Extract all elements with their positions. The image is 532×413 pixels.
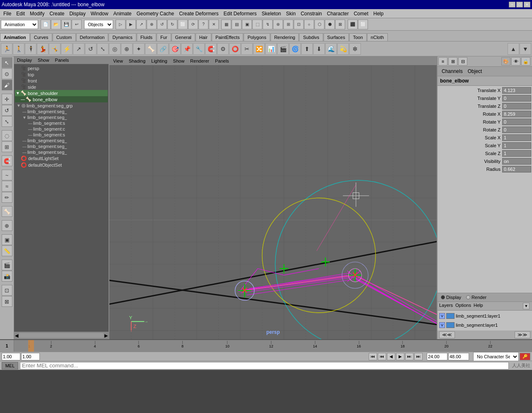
menu-item-help[interactable]: Help	[371, 10, 386, 17]
menu-item-constrain[interactable]: Constrain	[298, 10, 324, 17]
rt-icon3[interactable]: ⊟	[458, 57, 467, 66]
tb-snap1[interactable]: ▷	[116, 19, 126, 29]
shelf-tab-animation[interactable]: Animation	[0, 33, 30, 41]
playback-end-input[interactable]	[448, 353, 469, 360]
shelf-icon-2[interactable]: 🚶	[13, 43, 24, 55]
menu-item-edit[interactable]: Edit	[14, 10, 27, 17]
layer-prev[interactable]: ≪≪	[439, 331, 455, 338]
ch-value[interactable]: on	[502, 158, 531, 165]
shelf-icon-13[interactable]: 🦴	[145, 43, 157, 55]
vp-view-menu[interactable]: View	[112, 58, 124, 64]
rt-icon-eye[interactable]: 👁	[511, 57, 520, 66]
rotate-tool[interactable]: ↺	[2, 105, 12, 116]
object-tab[interactable]: Object	[466, 68, 484, 75]
play-fwd-btn[interactable]: ▶	[396, 353, 404, 360]
shelf-icon-14[interactable]: 🔗	[157, 43, 169, 55]
tb-snap2[interactable]: ▶	[126, 19, 136, 29]
outliner-item-side[interactable]: 🎥 side	[15, 84, 108, 90]
tb-render5[interactable]: ↯	[263, 19, 273, 29]
tb-snap4[interactable]: ⊕	[147, 19, 157, 29]
viewport-canvas[interactable]: Z Y → ↓ persp	[109, 66, 437, 339]
range-end-input[interactable]	[21, 353, 40, 360]
shelf-tab-subdivs[interactable]: Subdivs	[299, 33, 323, 41]
outliner-show-menu[interactable]: Show	[36, 57, 51, 63]
outliner-item-seg4[interactable]: — limb_segment:c	[15, 126, 108, 132]
extras1[interactable]: ⊡	[2, 285, 12, 296]
shelf-tab-rendering[interactable]: Rendering	[271, 33, 299, 41]
end-frame-input[interactable]	[427, 353, 447, 360]
tb-render2[interactable]: ▤	[232, 19, 242, 29]
move-tool[interactable]: ✛	[2, 94, 12, 104]
outliner-item-light-set[interactable]: ⭕ defaultLightSet	[15, 155, 108, 162]
tb-snap10[interactable]: ✕	[209, 19, 219, 29]
vp-renderer-menu[interactable]: Renderer	[189, 58, 210, 64]
shelf-icon-24[interactable]: 🎬	[277, 43, 289, 55]
shelf-icon-21[interactable]: ✂	[241, 43, 253, 55]
menu-item-character[interactable]: Character	[324, 10, 351, 17]
shelf-icon-26[interactable]: ⬆	[301, 43, 313, 55]
outliner-item-seg7[interactable]: — limb_segment:seg_	[15, 143, 108, 149]
channels-tab[interactable]: Channels	[440, 68, 464, 75]
outliner-item-seg8[interactable]: — limb_segment:seg_	[15, 149, 108, 155]
shelf-icon-10[interactable]: ◎	[109, 43, 121, 55]
ch-value[interactable]: 0	[502, 103, 531, 109]
shelf-icon-30[interactable]: ❇	[349, 43, 361, 55]
outliner-item-seg6[interactable]: — limb_segment:seg_	[15, 138, 108, 143]
tb-snap3[interactable]: ↗	[136, 19, 146, 29]
scroll-left[interactable]: ◀	[15, 333, 18, 338]
tb-extra1[interactable]: ⬛	[348, 19, 358, 29]
ch-value[interactable]: 1	[502, 134, 531, 141]
tb-render7[interactable]: ⊞	[283, 19, 293, 29]
menu-item-create-deformers[interactable]: Create Deformers	[177, 10, 221, 17]
character-set-dropdown[interactable]: No Character Set	[473, 352, 519, 361]
shelf-tab-general[interactable]: General	[172, 33, 195, 41]
shelf-icon-12[interactable]: ✦	[133, 43, 145, 55]
curve-ep-tool[interactable]: ≈	[2, 181, 12, 192]
menu-item-skin[interactable]: Skin	[283, 10, 298, 17]
tb-render3[interactable]: ▣	[242, 19, 252, 29]
tb-render6[interactable]: ⊛	[273, 19, 283, 29]
menu-item-window[interactable]: Window	[88, 10, 111, 17]
mel-python-toggle[interactable]: MEL	[2, 362, 18, 369]
tb-render12[interactable]: ⊠	[335, 19, 345, 29]
ch-value[interactable]: 0	[502, 95, 531, 102]
shelf-tab-toon[interactable]: Toon	[349, 33, 367, 41]
tb-b4[interactable]: ↩	[72, 19, 82, 29]
layer-vis-2[interactable]: V	[439, 322, 445, 328]
shelf-icon-27[interactable]: ⬇	[313, 43, 325, 55]
shelf-icon-19[interactable]: ⚙	[217, 43, 229, 55]
mode-dropdown[interactable]: Animation	[1, 20, 38, 29]
shelf-icon-5[interactable]: 🤸	[49, 43, 60, 55]
outliner-item-object-set[interactable]: ⭕ defaultObjectSet	[15, 162, 108, 168]
shelf-tab-painteffects[interactable]: PaintEffects	[212, 33, 244, 41]
ch-value[interactable]: 0	[502, 119, 531, 125]
rt-icon2[interactable]: ⊞	[448, 57, 457, 66]
outliner-item-seg3[interactable]: — limb_segment:s	[15, 120, 108, 126]
tb-save[interactable]: 💾	[61, 19, 71, 29]
shelf-icon-16[interactable]: 📌	[181, 43, 193, 55]
shelf-icon-3[interactable]: 🕴	[25, 43, 36, 55]
menu-item-animate[interactable]: Animate	[111, 10, 134, 17]
minimize-button[interactable]: −	[509, 2, 515, 7]
tb-render8[interactable]: ⊡	[294, 19, 304, 29]
shelf-icon-23[interactable]: 📊	[265, 43, 277, 55]
rt-icon1[interactable]: ≡	[438, 57, 447, 66]
outliner-item-bone-shoulder[interactable]: ▼ 🦴 bone_shoulder	[15, 90, 108, 96]
layer-name-1[interactable]: limb_segment1:layer1	[456, 313, 530, 318]
extras2[interactable]: ⊠	[2, 296, 12, 307]
shelf-icon-15[interactable]: 🎯	[169, 43, 181, 55]
shelf-icon-4[interactable]: 💃	[37, 43, 48, 55]
tb-render1[interactable]: ▦	[221, 19, 231, 29]
tb-render11[interactable]: ⬢	[325, 19, 335, 29]
shelf-icon-29[interactable]: 💫	[337, 43, 349, 55]
ch-value[interactable]: 4.123	[502, 87, 531, 94]
menu-item-skeleton[interactable]: Skeleton	[259, 10, 284, 17]
outliner-display-menu[interactable]: Display	[16, 57, 33, 63]
paint-tool[interactable]: 🖌	[2, 80, 12, 90]
vp-lighting-menu[interactable]: Lighting	[150, 58, 169, 64]
options-menu[interactable]: Options	[455, 303, 471, 309]
ch-value[interactable]: 1	[502, 142, 531, 149]
layer-vis-1[interactable]: V	[439, 313, 445, 319]
shelf-icon-18[interactable]: 🧲	[205, 43, 217, 55]
show-manip-tool[interactable]: ⊞	[2, 141, 12, 152]
